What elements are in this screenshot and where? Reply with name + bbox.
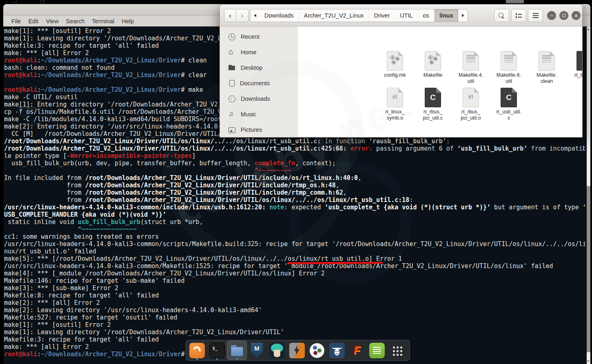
beef-icon xyxy=(329,343,345,358)
file-name: rt_linux.c xyxy=(566,72,582,78)
dock-armitage-icon[interactable] xyxy=(267,341,287,360)
view-toggle-button[interactable] xyxy=(511,9,526,22)
desktop-artifact xyxy=(13,0,17,2)
dock-app-dots-icon[interactable] xyxy=(307,341,327,360)
obj-file-icon: #! xyxy=(463,88,479,107)
dock-files-icon[interactable] xyxy=(227,341,247,360)
dock-leafpad-icon[interactable] xyxy=(367,341,387,360)
sidebar-item-label: Pictures xyxy=(241,127,262,133)
sidebar-item-recent[interactable]: Recent xyxy=(220,29,297,44)
breadcrumb-linux[interactable]: linux xyxy=(435,9,459,22)
terminal-line: usb_fill_bulk_urb(urb, dev, pipe, transf… xyxy=(4,160,585,167)
scroll-up-icon[interactable] xyxy=(587,27,590,32)
list-view-icon xyxy=(516,13,522,18)
back-button[interactable]: ‹ xyxy=(224,9,236,22)
breadcrumb-util[interactable]: UTIL xyxy=(395,9,418,22)
menu-terminal[interactable]: Terminal xyxy=(89,18,118,24)
terminal-line: make[1]: *** [osutil] Error 2 xyxy=(4,321,585,328)
sidebar-item-label: Home xyxy=(241,49,257,55)
menu-help[interactable]: Help xyxy=(118,18,137,24)
dock-beef-icon[interactable] xyxy=(327,341,347,360)
file-name: config.mk xyxy=(376,72,414,78)
file-item[interactable]: Makefile xyxy=(414,51,452,78)
sidebar-item-label: Recent xyxy=(241,33,259,40)
file-item[interactable]: #!rt_linux_ symb.o xyxy=(376,88,414,121)
breadcrumb-driver[interactable]: Driver xyxy=(369,9,395,22)
sidebar-item-home[interactable]: Home xyxy=(220,44,297,60)
sidebar-item-music[interactable]: Music xyxy=(220,107,297,122)
menu-view[interactable]: View xyxy=(42,18,62,24)
running-indicator xyxy=(196,358,198,360)
file-item[interactable]: Crt_linux.c xyxy=(566,51,582,78)
close-button[interactable]: × xyxy=(572,11,581,20)
firefox-icon xyxy=(189,343,205,358)
sidebar-item-desktop[interactable]: Desktop xyxy=(220,60,297,75)
menu-edit[interactable]: Edit xyxy=(24,18,42,24)
metasploit-icon: M xyxy=(251,343,263,358)
file-name: rt_usb_util. c xyxy=(490,109,528,121)
search-icon xyxy=(499,13,505,19)
file-item[interactable]: Makefile.6. util xyxy=(490,51,528,84)
dock: $_MF xyxy=(186,340,410,361)
file-item[interactable]: #!rt_rbus_ pci_util.o xyxy=(452,88,490,121)
file-name: Makefile.6. util xyxy=(490,72,528,84)
menu-button[interactable] xyxy=(528,9,543,22)
scroll-down-icon[interactable] xyxy=(587,358,590,364)
file-item[interactable]: Makefile. clean xyxy=(528,51,565,84)
terminal-line: make[5]: *** [/root/Downloads/Archer_T2U… xyxy=(4,255,585,262)
c-file-icon: C xyxy=(576,51,582,71)
terminal-line: from /root/Downloads/Archer_T2U_V2_Linux… xyxy=(4,182,585,189)
sidebar-item-label: Documents xyxy=(240,80,270,87)
app-f-icon: F xyxy=(349,343,365,358)
search-button[interactable] xyxy=(494,9,509,22)
dock-app-f-icon[interactable]: F xyxy=(347,341,367,360)
menu-search[interactable]: Search xyxy=(62,18,89,24)
forward-button[interactable]: › xyxy=(236,9,248,22)
txt-file-icon xyxy=(463,51,479,71)
terminal-line: make[2]: Leaving directory '/usr/src/lin… xyxy=(4,306,585,314)
dock-burpsuite-icon[interactable] xyxy=(287,341,307,360)
terminal-line: static inline void usb_fill_bulk_urb(str… xyxy=(4,218,585,226)
nav-buttons: ‹ › xyxy=(224,9,248,22)
breadcrumb-os[interactable]: os xyxy=(418,9,435,22)
maximize-button[interactable] xyxy=(559,11,568,20)
path-scroll-right-icon[interactable] xyxy=(459,9,468,22)
terminal-line: make[2]: *** [all] Error 2 xyxy=(4,299,585,306)
terminal-line: make[1]: Leaving directory '/root/Downlo… xyxy=(4,328,585,336)
desktop-close-icon[interactable]: × xyxy=(583,5,586,11)
menu-file[interactable]: File xyxy=(8,18,24,24)
running-indicator xyxy=(236,358,238,360)
terminal-line: ^~~~~~~~~~~~~~~~ xyxy=(4,226,585,233)
terminal-line: cc1: some warnings being treated as erro… xyxy=(4,233,585,240)
dock-metasploit-icon[interactable]: M xyxy=(247,341,267,360)
file-item[interactable]: Crt_rbus_ pci_util.c xyxy=(414,88,452,121)
sidebar-item-pictures[interactable]: Pictures xyxy=(220,122,297,138)
sidebar-item-label: Desktop xyxy=(241,64,262,71)
file-name: rt_linux_ symb.o xyxy=(376,109,414,121)
terminal-line: /usr/src/linux-headers-4.14.0-kali3-comm… xyxy=(4,204,585,211)
file-item[interactable]: Makefile.4. util xyxy=(452,51,490,84)
file-item[interactable]: config.mk xyxy=(376,51,414,78)
terminal-line: Makefile:8: recipe for target 'all' fail… xyxy=(4,292,585,299)
breadcrumb-downloads[interactable]: Downloads xyxy=(259,9,299,22)
file-manager-headerbar[interactable]: ‹ › DownloadsArcher_T2U_V2_LinuxDriverUT… xyxy=(220,4,582,27)
file-item[interactable]: Crt_usb_util. c xyxy=(490,88,528,121)
picture-icon xyxy=(228,127,235,133)
files-icon xyxy=(229,343,245,358)
sidebar-item-downloads[interactable]: Downloads xyxy=(220,91,297,107)
minimize-button[interactable]: − xyxy=(547,11,556,20)
sidebar-item-documents[interactable]: Documents xyxy=(220,75,297,91)
file-name: rt_rbus_ pci_util.c xyxy=(414,109,452,121)
document-icon xyxy=(229,80,235,87)
scrollbar-thumb[interactable] xyxy=(587,186,590,352)
breadcrumb-archer_t2u_v2_linux[interactable]: Archer_T2U_V2_Linux xyxy=(299,9,369,22)
dock-show-apps-icon[interactable] xyxy=(387,341,407,360)
dock-firefox-icon[interactable] xyxy=(187,341,207,360)
file-grid: config.mkMakefileMakefile.4. utilMakefil… xyxy=(297,27,582,137)
dock-terminal-icon[interactable]: $_ xyxy=(207,341,227,360)
terminal-scrollbar[interactable] xyxy=(587,27,590,364)
desktop-artifact xyxy=(40,0,45,3)
terminal-line: In file included from /root/Downloads/Ar… xyxy=(4,174,585,182)
obj-file-icon: #! xyxy=(387,88,403,107)
path-scroll-left-icon[interactable] xyxy=(251,9,259,22)
